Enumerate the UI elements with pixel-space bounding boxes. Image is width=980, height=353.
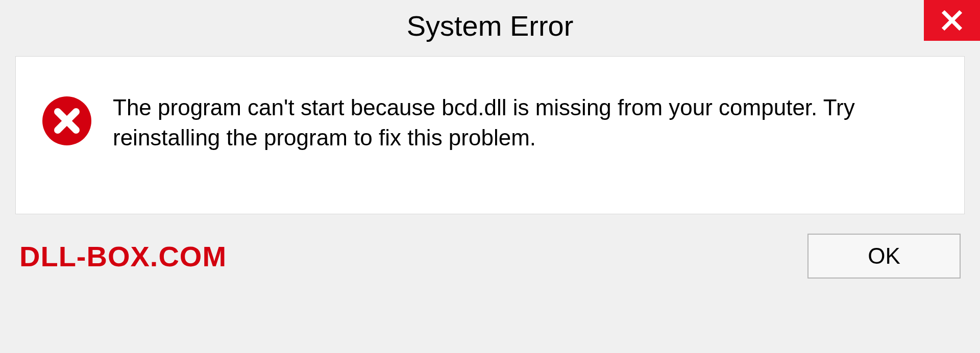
dialog-title: System Error [407,9,574,42]
titlebar: System Error [0,0,980,51]
close-icon [941,9,963,32]
close-button[interactable] [924,0,980,41]
ok-button[interactable]: OK [807,234,961,279]
error-message: The program can't start because bcd.dll … [113,92,904,153]
content-panel: The program can't start because bcd.dll … [15,56,965,214]
error-icon [41,95,92,146]
dialog-footer: DLL-BOX.COM OK [15,214,965,279]
watermark-text: DLL-BOX.COM [19,240,227,273]
